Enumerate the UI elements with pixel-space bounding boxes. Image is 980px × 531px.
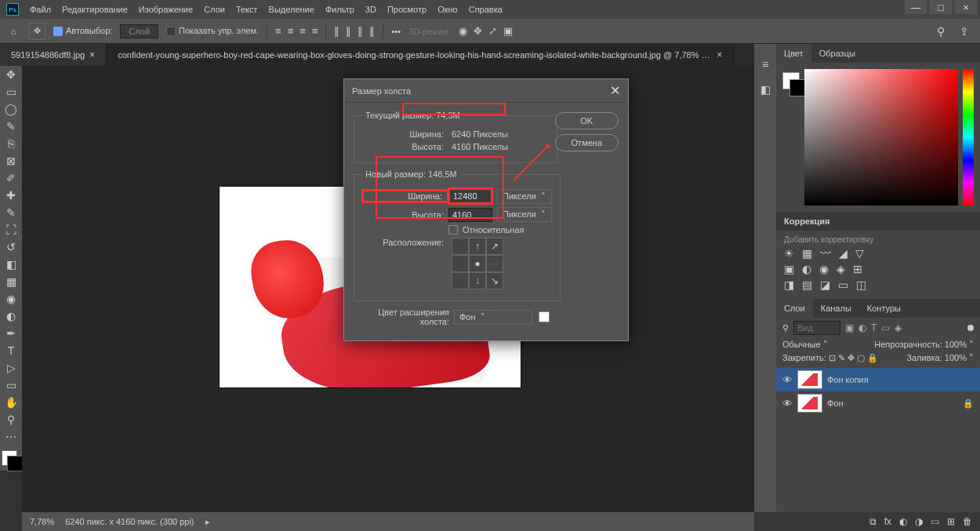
path-tool[interactable]: ▷	[0, 359, 22, 376]
threshold-icon[interactable]: ◪	[820, 278, 830, 291]
frame-tool[interactable]: ⊠	[0, 152, 22, 169]
autoselect-target[interactable]: Слой	[120, 24, 158, 38]
quick-select-tool[interactable]: ✎	[0, 118, 22, 135]
anchor-br[interactable]: ↘	[486, 272, 503, 289]
menu-view[interactable]: Просмотр	[387, 5, 426, 14]
dialog-titlebar[interactable]: Размер холста ✕	[344, 79, 628, 103]
tab-layers[interactable]: Слои	[776, 299, 813, 318]
menu-text[interactable]: Текст	[236, 5, 258, 14]
ok-button[interactable]: OK	[555, 112, 619, 129]
dialog-close[interactable]: ✕	[610, 83, 620, 98]
filter-adjust-icon[interactable]: ◐	[858, 322, 866, 333]
exposure-icon[interactable]: ◢	[839, 247, 848, 260]
posterize-icon[interactable]: ▤	[802, 278, 812, 291]
menu-file[interactable]: Файл	[30, 5, 51, 14]
search-icon[interactable]: ⚲	[931, 22, 950, 41]
tab-1-close[interactable]: ×	[89, 49, 95, 60]
menu-3d[interactable]: 3D	[365, 5, 376, 14]
anchor-t[interactable]: ↑	[469, 238, 486, 255]
align-left-icon[interactable]: ≡	[275, 25, 281, 37]
align-top-icon[interactable]: ≡	[312, 25, 318, 37]
cancel-button[interactable]: Отмена	[555, 134, 619, 151]
tab-paths[interactable]: Контуры	[859, 299, 909, 318]
menu-window[interactable]: Окно	[437, 5, 458, 14]
healing-tool[interactable]: ✚	[0, 187, 22, 204]
relative-checkbox[interactable]	[448, 225, 458, 235]
new-layer-icon[interactable]: ⊞	[947, 516, 955, 527]
new-width-input[interactable]	[448, 188, 492, 204]
height-unit-select[interactable]: Пиксели ˅	[497, 207, 552, 222]
filter-toggle[interactable]	[967, 325, 974, 331]
lookup-icon[interactable]: ⊞	[853, 263, 862, 275]
filter-shape-icon[interactable]: ▭	[881, 322, 890, 333]
mask-icon[interactable]: ◐	[899, 516, 907, 527]
tab-2[interactable]: confident-young-superhero-boy-red-cape-w…	[107, 44, 734, 66]
anchor-grid[interactable]: ↑ ↗ ● → ↓ ↘	[452, 238, 503, 289]
link-layers-icon[interactable]: ⧉	[869, 516, 877, 527]
ext-color-select[interactable]: Фон ˅	[454, 310, 532, 325]
hand-tool[interactable]: ✋	[0, 394, 22, 411]
status-caret[interactable]: ▸	[205, 517, 210, 527]
group-icon[interactable]: ▭	[931, 516, 939, 527]
anchor-bl[interactable]	[452, 272, 469, 289]
ext-color-swatch[interactable]	[539, 311, 550, 322]
brush-tool[interactable]: ✎	[0, 204, 22, 221]
filter-search-icon[interactable]: ⚲	[782, 323, 789, 333]
bw-icon[interactable]: ◐	[802, 263, 811, 275]
minimize-button[interactable]: —	[905, 0, 927, 14]
tab-1[interactable]: 5919154886df8.jpg ×	[0, 44, 107, 66]
show-controls-checkbox[interactable]: Показать упр. элем.	[166, 26, 259, 36]
menu-filter[interactable]: Фильтр	[325, 5, 354, 14]
gradient-map-icon[interactable]: ▭	[838, 278, 848, 291]
opacity-value[interactable]: 100%	[945, 340, 967, 349]
curves-icon[interactable]: 〰	[820, 247, 831, 260]
3d-orbit-icon[interactable]: ◉	[459, 25, 467, 37]
history-brush-tool[interactable]: ↺	[0, 238, 22, 256]
blur-tool[interactable]: ◉	[0, 290, 22, 307]
stamp-tool[interactable]: ⛶	[0, 221, 22, 238]
pen-tool[interactable]: ✒	[0, 325, 22, 342]
tab-swatches[interactable]: Образцы	[811, 44, 863, 63]
brightness-icon[interactable]: ☀	[784, 247, 794, 260]
move-tool[interactable]: ✥	[0, 66, 22, 83]
text-tool[interactable]: T	[0, 342, 22, 359]
share-icon[interactable]: ⇪	[955, 22, 974, 41]
layer-visibility-1[interactable]: 👁	[782, 398, 793, 409]
filter-kind-select[interactable]	[793, 321, 840, 335]
filter-smart-icon[interactable]: ◈	[895, 322, 902, 333]
photo-filter-icon[interactable]: ◉	[819, 263, 829, 275]
menu-image[interactable]: Изображение	[139, 5, 193, 14]
history-icon[interactable]: ≡	[757, 56, 773, 72]
color-swatch[interactable]	[2, 450, 17, 466]
tab-2-close[interactable]: ×	[717, 49, 722, 60]
adjustment-icon[interactable]: ◑	[915, 516, 923, 527]
crop-tool[interactable]: ⎘	[0, 135, 22, 152]
dist-1-icon[interactable]: ‖	[334, 25, 339, 37]
vibrance-icon[interactable]: ▽	[855, 247, 864, 260]
channel-mixer-icon[interactable]: ◈	[837, 263, 845, 275]
anchor-l[interactable]	[452, 255, 469, 272]
dodge-tool[interactable]: ◐	[0, 307, 22, 325]
home-icon[interactable]: ⌂	[6, 24, 20, 38]
menu-edit[interactable]: Редактирование	[62, 5, 128, 14]
layer-item-1[interactable]: 👁 Фон 🔒	[776, 391, 980, 415]
properties-icon[interactable]: ◧	[757, 82, 773, 97]
hue-icon[interactable]: ▣	[784, 263, 794, 275]
3d-cam-icon[interactable]: ▣	[503, 25, 513, 37]
anchor-r[interactable]: →	[486, 255, 503, 272]
fx-icon[interactable]: fx	[884, 516, 891, 527]
zoom-tool[interactable]: ⚲	[0, 411, 22, 428]
filter-pixel-icon[interactable]: ▣	[845, 322, 854, 333]
menu-select[interactable]: Выделение	[269, 5, 314, 14]
invert-icon[interactable]: ◨	[784, 278, 794, 291]
anchor-tl[interactable]	[452, 238, 469, 255]
hue-slider[interactable]	[963, 69, 974, 205]
fg-bg-swatch[interactable]	[782, 72, 800, 89]
3d-pan-icon[interactable]: ✥	[474, 25, 482, 37]
layer-visibility-0[interactable]: 👁	[782, 374, 793, 386]
edit-toolbar[interactable]: ⋯	[0, 428, 22, 446]
zoom-value[interactable]: 7,78%	[30, 517, 54, 526]
marquee-tool[interactable]: ▭	[0, 83, 22, 100]
dist-3-icon[interactable]: ‖	[358, 25, 363, 37]
more-icon[interactable]: •••	[391, 27, 401, 36]
